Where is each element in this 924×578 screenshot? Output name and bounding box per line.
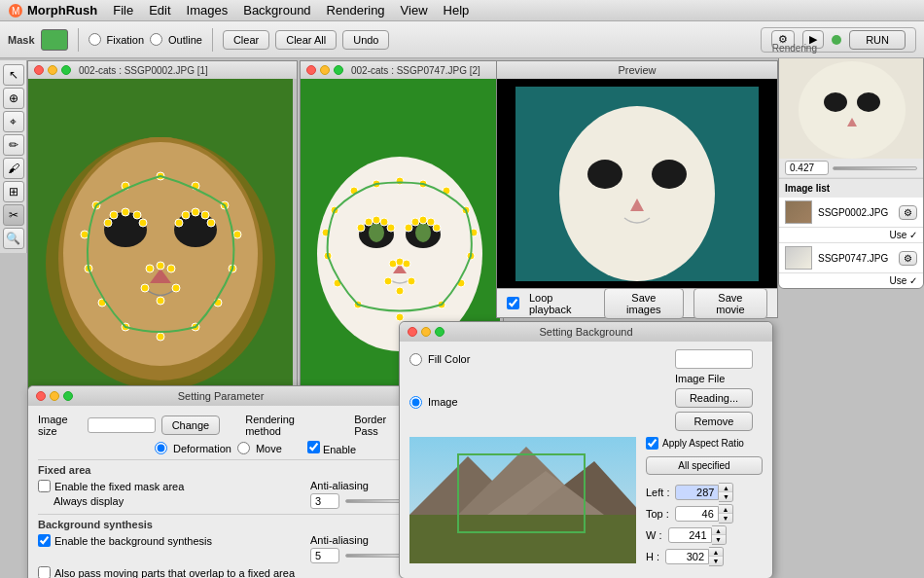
change-size-button[interactable]: Change — [161, 415, 221, 435]
loop-playback-checkbox[interactable] — [507, 297, 519, 309]
minimize-button-1[interactable] — [48, 65, 57, 75]
image-bg-row: Image Image File Reading... Remove — [409, 373, 763, 431]
menu-help[interactable]: Help — [436, 1, 478, 19]
maximize-button-1[interactable] — [61, 65, 71, 75]
bg-minimize[interactable] — [421, 327, 431, 337]
move-radio[interactable] — [237, 442, 250, 454]
w-down[interactable]: ▼ — [712, 535, 726, 544]
bg-maximize[interactable] — [435, 327, 444, 337]
nav-gear-1[interactable]: ⚙ — [899, 205, 917, 220]
w-input[interactable]: 241 — [668, 527, 712, 543]
menu-file[interactable]: File — [105, 1, 141, 19]
tool-zoom[interactable]: 🔍 — [3, 228, 24, 249]
h-up[interactable]: ▲ — [709, 548, 723, 557]
bg-close[interactable] — [408, 327, 417, 337]
w-arrows[interactable]: ▲ ▼ — [712, 525, 727, 545]
menu-rendering[interactable]: Rendering — [319, 1, 393, 19]
anti-aliasing-1: Anti-aliasing — [310, 480, 404, 510]
left-down[interactable]: ▼ — [719, 492, 732, 501]
h-spinbox[interactable]: 302 ▲ ▼ — [665, 547, 724, 566]
outline-radio[interactable] — [150, 33, 162, 46]
outline-label: Outline — [168, 34, 202, 46]
left-input[interactable]: 287 — [675, 485, 719, 500]
clear-button[interactable]: Clear — [223, 30, 269, 50]
all-specified-button[interactable]: All specified — [646, 456, 763, 475]
close-button-1[interactable] — [34, 65, 44, 75]
top-down[interactable]: ▼ — [719, 514, 732, 523]
settings-maximize[interactable] — [63, 391, 73, 401]
enable-fixed-mask-checkbox[interactable] — [38, 480, 51, 492]
svg-point-34 — [157, 262, 164, 270]
tool-pointer[interactable]: ⊕ — [3, 88, 24, 109]
menu-view[interactable]: View — [393, 1, 436, 19]
settings-minimize[interactable] — [50, 391, 59, 401]
nav-gear-2[interactable]: ⚙ — [899, 251, 917, 266]
fixation-radio[interactable] — [89, 33, 101, 46]
tool-lasso[interactable]: ⌖ — [3, 111, 24, 132]
mask-color-button[interactable] — [41, 29, 68, 51]
svg-point-64 — [357, 224, 365, 232]
h-arrows[interactable]: ▲ ▼ — [709, 547, 724, 566]
zoom-slider[interactable] — [833, 166, 917, 170]
menu-background[interactable]: Background — [235, 1, 318, 19]
anti-aliasing-slider-1[interactable] — [345, 499, 404, 503]
separator-1 — [78, 28, 79, 52]
svg-point-35 — [167, 265, 175, 272]
fill-color-swatch[interactable] — [675, 349, 753, 369]
always-display-label: Always display — [53, 495, 124, 507]
clear-all-button[interactable]: Clear All — [275, 30, 337, 50]
tool-arrow[interactable]: ↖ — [3, 64, 24, 86]
reading-button[interactable]: Reading... — [675, 388, 753, 408]
image-size-input[interactable]: 640 × 800 — [88, 417, 156, 433]
tool-pen[interactable]: ✏ — [3, 134, 24, 156]
maximize-button-2[interactable] — [334, 65, 343, 75]
tool-brush[interactable]: 🖌 — [3, 158, 24, 179]
menu-images[interactable]: Images — [179, 1, 236, 19]
zoom-input[interactable]: 0.427 — [785, 161, 829, 175]
tool-select[interactable]: ⊞ — [3, 181, 24, 202]
image-name-2: SSGP0747.JPG — [818, 253, 888, 264]
svg-point-46 — [415, 223, 431, 242]
anti-aliasing-slider-2[interactable] — [345, 554, 404, 558]
move-label: Move — [256, 443, 282, 454]
svg-point-7 — [174, 212, 217, 247]
anti-aliasing-input-2[interactable] — [310, 548, 339, 563]
lion-canvas[interactable] — [28, 79, 293, 390]
deformation-radio[interactable] — [155, 442, 167, 454]
left-up[interactable]: ▲ — [719, 484, 732, 492]
top-arrows[interactable]: ▲ ▼ — [719, 504, 733, 524]
undo-button[interactable]: Undo — [342, 30, 389, 50]
bg-synthesis-title: Background synthesis — [38, 519, 404, 530]
also-pass-checkbox[interactable] — [38, 566, 51, 578]
left-arrows[interactable]: ▲ ▼ — [719, 483, 733, 502]
image-name-1: SSGP0002.JPG — [818, 207, 888, 218]
w-spinbox[interactable]: 241 ▲ ▼ — [668, 525, 727, 545]
w-up[interactable]: ▲ — [712, 526, 726, 535]
svg-point-33 — [146, 265, 154, 272]
h-down[interactable]: ▼ — [709, 557, 723, 565]
top-up[interactable]: ▲ — [719, 505, 732, 514]
h-input[interactable]: 302 — [665, 549, 709, 564]
save-images-button[interactable]: Save images — [604, 288, 684, 319]
enable-bg-synthesis-checkbox[interactable] — [38, 534, 51, 547]
svg-point-51 — [396, 177, 404, 185]
remove-button[interactable]: Remove — [675, 412, 753, 431]
fill-color-radio[interactable] — [409, 353, 422, 366]
apply-aspect-checkbox[interactable] — [646, 437, 658, 450]
thumbnail-2 — [785, 246, 812, 270]
enable-checkbox[interactable] — [307, 441, 320, 453]
tool-crop[interactable]: ✂ — [3, 204, 24, 226]
close-button-2[interactable] — [306, 65, 316, 75]
top-input[interactable]: 46 — [675, 506, 719, 522]
menu-edit[interactable]: Edit — [141, 1, 178, 19]
image-bg-radio[interactable] — [409, 396, 422, 409]
run-button[interactable]: RUN — [849, 30, 906, 50]
settings-close[interactable] — [36, 391, 46, 401]
top-row: Top : 46 ▲ ▼ — [646, 504, 763, 524]
minimize-button-2[interactable] — [320, 65, 330, 75]
left-spinbox[interactable]: 287 ▲ ▼ — [675, 483, 733, 502]
anti-aliasing-input-1[interactable] — [310, 493, 339, 509]
top-spinbox[interactable]: 46 ▲ ▼ — [675, 504, 733, 524]
save-movie-button[interactable]: Save movie — [693, 288, 767, 319]
thumbnail-1 — [785, 200, 812, 224]
